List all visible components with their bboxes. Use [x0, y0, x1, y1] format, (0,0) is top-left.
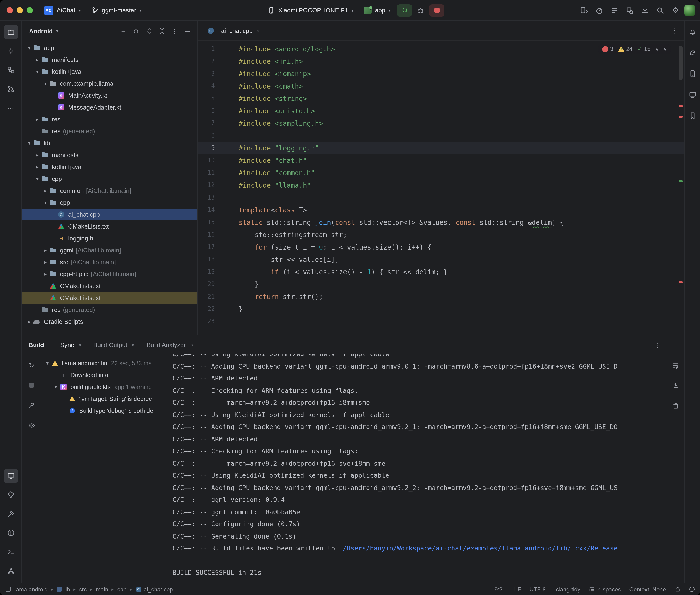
chevron-right-icon[interactable]: ▸ [42, 248, 49, 253]
errors-count[interactable]: ! 3 [602, 46, 613, 52]
code-editor[interactable]: ! 3 24 ✓ 15 ∧ ∨ [198, 41, 684, 335]
tree-item[interactable]: ▸Gradle Scripts [22, 316, 197, 328]
chevron-right-icon[interactable]: ▸ [34, 164, 41, 170]
tree-item[interactable]: ▾cpp [22, 173, 197, 185]
write-access-widget[interactable] [674, 586, 681, 592]
close-tab-icon[interactable]: ✕ [131, 342, 135, 347]
structure-tool-button[interactable] [4, 63, 18, 77]
breadcrumb-item[interactable]: src [79, 586, 87, 593]
breadcrumb-item[interactable]: llama.android [6, 586, 48, 593]
chevron-down-icon[interactable]: ▾ [34, 69, 41, 74]
code-line[interactable]: 3#include <iomanip> [198, 67, 684, 80]
chevron-right-icon[interactable]: ▸ [42, 272, 49, 277]
chevron-down-icon[interactable]: ▾ [26, 45, 33, 51]
resync-button[interactable]: ↻ [25, 359, 38, 371]
breadcrumb-item[interactable]: cpp [117, 586, 127, 593]
project-selector[interactable]: AC AiChat ▾ [39, 4, 85, 17]
tree-item[interactable]: ai_chat.cpp [22, 208, 197, 221]
tree-item[interactable]: ▸cpp-httplib[AiChat.lib.main] [22, 268, 197, 280]
logcat-button[interactable] [608, 4, 621, 17]
code-line[interactable]: 4#include <cmath> [198, 80, 684, 92]
close-window-button[interactable] [7, 7, 13, 13]
gradle-tool-button[interactable] [685, 46, 700, 60]
tree-item[interactable]: ▾com.example.llama [22, 78, 197, 89]
stripe-mark[interactable] [679, 116, 682, 118]
add-button[interactable]: + [117, 25, 129, 37]
build-tree-item[interactable]: 'jvmTarget: String' is deprec [41, 393, 169, 405]
clang-tidy-widget[interactable]: .clang-tidy [554, 586, 580, 593]
tree-item[interactable]: res(generated) [22, 125, 197, 137]
caret-position-widget[interactable]: 9:21 [495, 586, 506, 593]
tree-item[interactable]: ▸res [22, 113, 197, 125]
soft-wrap-button[interactable] [669, 359, 682, 371]
close-tab-icon[interactable]: ✕ [256, 28, 260, 33]
code-line[interactable]: 15static std::string join(const std::vec… [198, 216, 684, 229]
stripe-mark[interactable] [679, 180, 682, 182]
close-tab-icon[interactable]: ✕ [78, 342, 82, 347]
tree-item[interactable]: ▸common[AiChat.lib.main] [22, 185, 197, 197]
tab-build-analyzer[interactable]: Build Analyzer ✕ [142, 339, 198, 351]
minimize-window-button[interactable] [17, 7, 23, 13]
tree-item[interactable]: ▾lib [22, 137, 197, 149]
tree-item[interactable]: logging.h [22, 232, 197, 244]
resource-manager-tool-button[interactable] [4, 488, 18, 502]
hide-panel-button[interactable]: ─ [181, 25, 193, 37]
code-line[interactable]: 16 std::ostringstream str; [198, 229, 684, 241]
run-options-menu[interactable]: ⋮ [447, 4, 460, 17]
code-line[interactable]: 14template<class T> [198, 204, 684, 216]
running-devices-tool-button-right[interactable] [685, 88, 700, 102]
sdk-manager-button[interactable] [638, 4, 652, 17]
stripe-mark[interactable] [679, 105, 682, 107]
inspect-button[interactable] [25, 419, 38, 431]
line-separator-widget[interactable]: LF [514, 586, 521, 593]
build-tree-item[interactable]: ▾llama.android: fin22 sec, 583 ms [41, 357, 169, 369]
chevron-down-icon[interactable]: ▾ [52, 384, 60, 390]
stop-button[interactable] [429, 4, 445, 17]
breadcrumb-item[interactable]: lib [57, 586, 70, 593]
search-everywhere-button[interactable] [653, 4, 667, 17]
tree-item[interactable]: ▾cpp [22, 197, 197, 208]
chevron-right-icon[interactable]: ▸ [26, 319, 33, 324]
tree-item[interactable]: ▸ggml[AiChat.lib.main] [22, 244, 197, 256]
code-line[interactable]: 9#include "logging.h" [198, 142, 684, 154]
code-line[interactable]: 21 return str.str(); [198, 290, 684, 303]
chevron-right-icon[interactable]: ▸ [34, 117, 41, 122]
indent-widget[interactable]: 4 spaces [589, 586, 621, 593]
code-line[interactable]: 22} [198, 303, 684, 315]
problems-tool-button[interactable] [4, 526, 18, 540]
expand-all-button[interactable] [143, 25, 155, 37]
code-line[interactable]: 2#include <jni.h> [198, 55, 684, 67]
tree-item[interactable]: ▸manifests [22, 54, 197, 66]
next-problem-button[interactable]: ∨ [663, 47, 667, 52]
chevron-right-icon[interactable]: ▸ [34, 57, 41, 62]
run-button[interactable]: ↻ [397, 4, 412, 17]
tree-item[interactable]: ▾kotlin+java [22, 66, 197, 78]
device-selector[interactable]: Xiaomi POCOPHONE F1 ▾ [263, 5, 358, 16]
stripe-mark[interactable] [679, 281, 682, 283]
tree-item[interactable]: ▾app [22, 42, 197, 54]
code-line[interactable]: 5#include <string> [198, 92, 684, 105]
app-inspection-button[interactable] [623, 4, 636, 17]
hide-build-panel-button[interactable]: ─ [666, 339, 677, 351]
tree-item[interactable]: ▸manifests [22, 149, 197, 161]
code-line[interactable]: 13 [198, 192, 684, 204]
tree-item[interactable]: ▸src[AiChat.lib.main] [22, 256, 197, 268]
project-options-menu[interactable]: ⋮ [169, 25, 180, 37]
context-widget[interactable]: Context: None [629, 586, 666, 593]
pin-button[interactable] [25, 399, 38, 412]
project-tool-button[interactable] [4, 25, 18, 39]
running-devices-tool-button[interactable] [4, 469, 18, 483]
build-window-title[interactable]: Build [29, 341, 44, 348]
console-link[interactable]: /Users/hanyin/Workspace/ai-chat/examples… [343, 544, 618, 552]
device-mirroring-button[interactable] [577, 4, 591, 17]
build-console[interactable]: C/C++: -- Using KleidiAI optimized kerne… [169, 354, 667, 583]
build-tree-item[interactable]: ▾build.gradle.ktsapp 1 warning [41, 381, 169, 393]
chevron-down-icon[interactable]: ▾ [34, 176, 41, 181]
passed-count[interactable]: ✓ 15 [637, 46, 650, 52]
build-tool-button[interactable] [4, 507, 18, 521]
code-line[interactable]: 6#include <unistd.h> [198, 105, 684, 117]
project-view-selector[interactable]: Android ▾ [26, 26, 62, 36]
commit-tool-button[interactable] [4, 44, 18, 58]
code-line[interactable]: 23 [198, 315, 684, 328]
clear-console-button[interactable] [669, 399, 682, 412]
